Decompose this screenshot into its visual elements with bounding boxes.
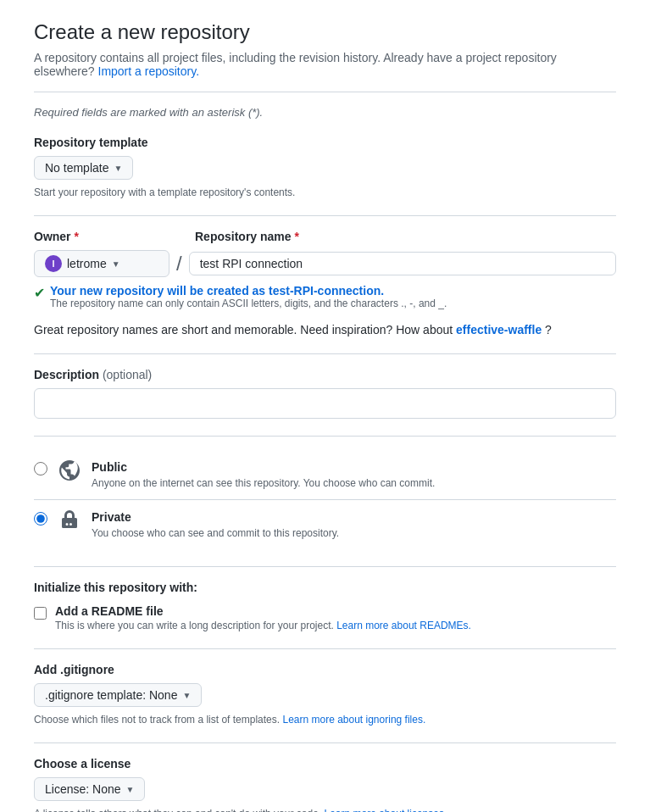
validation-repo-link[interactable]: Your new repository will be created as t… bbox=[50, 284, 384, 298]
owner-repo-section: Owner * Repository name * l letrome ▼ / … bbox=[34, 230, 616, 309]
owner-avatar: l bbox=[45, 255, 62, 272]
divider-1 bbox=[34, 92, 616, 92]
divider-6 bbox=[34, 648, 616, 649]
readme-hint: This is where you can write a long descr… bbox=[55, 620, 471, 631]
gitignore-hint: Choose which files not to track from a l… bbox=[34, 714, 616, 726]
public-visibility-name: Public bbox=[92, 460, 616, 474]
slash-separator: / bbox=[169, 253, 189, 274]
validation-text: Your new repository will be created as t… bbox=[50, 284, 447, 309]
readme-checkbox[interactable] bbox=[34, 607, 47, 620]
license-learn-more-link[interactable]: Learn more about licenses. bbox=[325, 808, 447, 812]
repo-name-input[interactable] bbox=[189, 252, 616, 275]
initialize-section: Initialize this repository with: Add a R… bbox=[34, 581, 616, 631]
template-hint: Start your repository with a template re… bbox=[34, 186, 616, 198]
divider-5 bbox=[34, 566, 616, 567]
owner-dropdown-arrow: ▼ bbox=[112, 259, 120, 269]
private-radio[interactable] bbox=[34, 512, 47, 526]
template-dropdown[interactable]: No template ▼ bbox=[34, 156, 133, 180]
readme-learn-more-link[interactable]: Learn more about READMEs. bbox=[336, 620, 471, 631]
gitignore-dropdown-arrow: ▼ bbox=[182, 691, 191, 700]
gitignore-learn-more-link[interactable]: Learn more about ignoring files. bbox=[282, 714, 425, 726]
gitignore-label: Add .gitignore bbox=[34, 663, 616, 676]
divider-2 bbox=[34, 215, 616, 216]
gitignore-selected-value: .gitignore template: None bbox=[45, 688, 177, 702]
public-visibility-desc: Anyone on the internet can see this repo… bbox=[92, 477, 435, 489]
inspiration-text: Great repository names are short and mem… bbox=[34, 323, 616, 336]
license-dropdown[interactable]: License: None ▼ bbox=[34, 777, 145, 801]
validation-message: ✔ Your new repository will be created as… bbox=[34, 284, 616, 309]
description-label: Description (optional) bbox=[34, 368, 616, 381]
owner-dropdown[interactable]: l letrome ▼ bbox=[34, 250, 169, 277]
validation-subtext: The repository name can only contain ASC… bbox=[50, 298, 447, 309]
import-repository-link[interactable]: Import a repository. bbox=[98, 64, 200, 78]
private-icon bbox=[58, 510, 81, 531]
owner-label-wrap: Owner * bbox=[34, 230, 169, 243]
initialize-title: Initialize this repository with: bbox=[34, 581, 616, 594]
visibility-public-option[interactable]: Public Anyone on the internet can see th… bbox=[34, 450, 616, 499]
inspiration-link[interactable]: effective-waffle bbox=[456, 323, 542, 336]
template-dropdown-arrow: ▼ bbox=[114, 164, 122, 173]
repo-name-required-star: * bbox=[294, 230, 298, 243]
visibility-section: Public Anyone on the internet can see th… bbox=[34, 450, 616, 549]
license-dropdown-arrow: ▼ bbox=[126, 785, 135, 794]
validation-check-icon: ✔ bbox=[34, 285, 45, 301]
license-section: Choose a license License: None ▼ A licen… bbox=[34, 757, 616, 812]
repo-name-label: Repository name * bbox=[195, 230, 299, 243]
owner-required-star: * bbox=[74, 230, 78, 243]
license-label: Choose a license bbox=[34, 757, 616, 770]
page-subtitle: A repository contains all project files,… bbox=[34, 51, 616, 78]
public-visibility-text: Public Anyone on the internet can see th… bbox=[92, 460, 616, 489]
owner-label: Owner * bbox=[34, 230, 79, 243]
public-icon bbox=[58, 460, 81, 481]
divider-7 bbox=[34, 742, 616, 743]
private-visibility-text: Private You choose who can see and commi… bbox=[92, 510, 616, 539]
readme-text: Add a README file This is where you can … bbox=[55, 604, 471, 631]
public-radio[interactable] bbox=[34, 462, 47, 476]
description-input[interactable] bbox=[34, 388, 616, 419]
license-selected-value: License: None bbox=[45, 782, 121, 796]
private-visibility-name: Private bbox=[92, 510, 616, 524]
readme-label: Add a README file bbox=[55, 604, 471, 618]
template-section: Repository template No template ▼ Start … bbox=[34, 136, 616, 198]
gitignore-dropdown[interactable]: .gitignore template: None ▼ bbox=[34, 683, 202, 707]
gitignore-section: Add .gitignore .gitignore template: None… bbox=[34, 663, 616, 726]
page-title: Create a new repository bbox=[34, 20, 616, 44]
required-note: Required fields are marked with an aster… bbox=[34, 106, 616, 119]
template-label: Repository template bbox=[34, 136, 616, 149]
template-selected-value: No template bbox=[45, 161, 108, 175]
description-optional: (optional) bbox=[103, 368, 152, 381]
readme-option: Add a README file This is where you can … bbox=[34, 604, 616, 631]
owner-repo-inputs-row: l letrome ▼ / bbox=[34, 250, 616, 277]
description-section: Description (optional) bbox=[34, 368, 616, 419]
divider-4 bbox=[34, 436, 616, 437]
owner-name: letrome bbox=[67, 257, 107, 270]
repo-name-label-wrap: Repository name * bbox=[195, 230, 616, 243]
field-labels-row: Owner * Repository name * bbox=[34, 230, 616, 243]
divider-3 bbox=[34, 353, 616, 354]
slash-label bbox=[169, 242, 195, 243]
private-visibility-desc: You choose who can see and commit to thi… bbox=[92, 527, 339, 539]
visibility-private-option[interactable]: Private You choose who can see and commi… bbox=[34, 499, 616, 549]
license-hint: A license tells others what they can and… bbox=[34, 808, 616, 812]
